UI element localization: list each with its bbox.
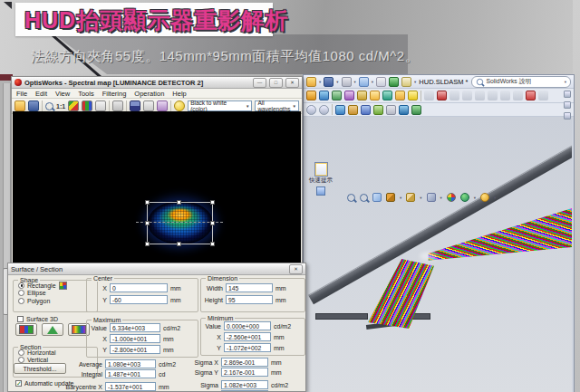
selection-handle[interactable]: [145, 221, 150, 225]
task-pane-design-library-icon[interactable]: [564, 101, 571, 109]
display-style-icon[interactable]: [406, 193, 415, 202]
sketch-icon[interactable]: [335, 105, 345, 115]
contrast-icon[interactable]: [143, 100, 154, 111]
view-settings-icon[interactable]: [480, 193, 489, 202]
open-icon[interactable]: [14, 100, 25, 111]
threshold-button[interactable]: Threshold...: [14, 363, 66, 374]
dimxpert-icon[interactable]: [386, 105, 396, 115]
smart-fasteners-icon[interactable]: [344, 91, 354, 100]
width-input[interactable]: 145: [226, 283, 273, 292]
hide-show-arrow[interactable]: ▾: [440, 196, 442, 200]
move-component-icon[interactable]: [357, 91, 367, 100]
measurement-selection-rect[interactable]: [147, 202, 213, 244]
maximize-button[interactable]: □: [269, 78, 283, 88]
false-color-button[interactable]: [15, 323, 37, 336]
save-icon[interactable]: [324, 77, 334, 87]
ellipse-radio[interactable]: [18, 290, 24, 296]
print-icon[interactable]: [342, 77, 352, 87]
minimize-button[interactable]: —: [253, 78, 266, 88]
office-products-icon[interactable]: [399, 105, 409, 115]
menu-edit[interactable]: Edit: [35, 90, 47, 98]
mass-properties-icon[interactable]: [488, 91, 498, 100]
selection-handle[interactable]: [210, 242, 215, 246]
view-orientation-icon[interactable]: [386, 193, 395, 202]
wavelengths-dropdown[interactable]: All wavelengths ▼: [255, 100, 299, 111]
solidworks-search-box[interactable]: SolidWorks 說明 ▾: [471, 76, 571, 88]
quick-tips-badge-icon[interactable]: [316, 186, 325, 196]
spectral-map-viewport[interactable]: [13, 111, 301, 263]
mate-icon[interactable]: [319, 91, 329, 100]
apply-scene-icon[interactable]: [460, 193, 469, 202]
simulation-icon[interactable]: [450, 91, 459, 100]
curvature-icon[interactable]: [526, 91, 536, 100]
print-dropdown-arrow[interactable]: ▾: [354, 80, 356, 84]
polygon-radio[interactable]: [18, 298, 24, 304]
save-icon[interactable]: [28, 100, 39, 111]
assembly-features-icon[interactable]: [382, 91, 392, 100]
center-x-input[interactable]: 0: [110, 283, 168, 292]
solidworks-viewport[interactable]: ▾ ▾ ▾ ▾ ▾ 快速提示: [304, 117, 572, 392]
view-settings-arrow[interactable]: ▾: [494, 196, 496, 200]
open-dropdown-arrow[interactable]: ▾: [319, 80, 321, 84]
surface-3d-checkbox[interactable]: [17, 316, 24, 322]
close-button[interactable]: ✕: [289, 264, 303, 274]
surfaces-icon[interactable]: [361, 105, 371, 115]
options-icon[interactable]: [401, 77, 411, 87]
menu-file[interactable]: File: [16, 90, 27, 98]
select-icon[interactable]: [376, 77, 386, 87]
apply-scene-arrow[interactable]: ▾: [474, 196, 476, 200]
quick-tips-icon[interactable]: [314, 162, 328, 177]
measure-icon[interactable]: [475, 91, 485, 100]
display-style-arrow[interactable]: ▾: [420, 196, 421, 200]
selection-handle[interactable]: [145, 200, 150, 205]
close-button[interactable]: ✕: [285, 78, 299, 88]
optisworks-titlebar[interactable]: OptisWorks - Spectral map [LUMINANCE DET…: [12, 77, 302, 89]
vertical-radio[interactable]: [18, 357, 24, 363]
view-orientation-arrow[interactable]: ▾: [400, 196, 401, 200]
zoom-fit-icon[interactable]: [347, 194, 355, 202]
task-pane-file-explorer-icon[interactable]: [564, 112, 571, 120]
rgb-map-icon[interactable]: [82, 100, 92, 111]
task-pane-resources-icon[interactable]: [564, 91, 571, 98]
exploded-view-icon[interactable]: [424, 91, 434, 100]
features-icon[interactable]: [348, 105, 358, 115]
selection-handle[interactable]: [145, 242, 150, 246]
selection-handle[interactable]: [210, 221, 215, 225]
zoom-area-icon[interactable]: [360, 194, 368, 202]
show-hidden-icon[interactable]: [370, 91, 380, 100]
zebra-stripes-icon[interactable]: [538, 91, 548, 100]
open-icon[interactable]: [306, 77, 316, 87]
zoom-1to1-button[interactable]: 1:1: [56, 103, 65, 110]
rotate-view-icon[interactable]: [372, 193, 382, 202]
help-icon[interactable]: [408, 91, 418, 100]
filter-icon[interactable]: [157, 100, 168, 111]
equations-icon[interactable]: [500, 91, 510, 100]
undo-icon[interactable]: [359, 77, 369, 87]
height-input[interactable]: 95: [226, 295, 273, 304]
rebuild-icon[interactable]: [389, 77, 399, 87]
render-tools-icon[interactable]: [411, 105, 421, 115]
surface-section-titlebar[interactable]: Surface / Section ✕: [8, 263, 305, 275]
motion-study-icon[interactable]: [462, 91, 472, 100]
layers-icon[interactable]: [130, 100, 140, 111]
quick-tips-widget[interactable]: 快速提示: [306, 162, 335, 196]
selection-handle[interactable]: [177, 200, 181, 205]
selection-handle[interactable]: [210, 200, 215, 205]
options-dropdown-arrow[interactable]: ▾: [414, 80, 416, 84]
interference-detection-icon[interactable]: [437, 91, 447, 100]
horizontal-radio[interactable]: [18, 349, 24, 356]
evaluate-icon[interactable]: [373, 105, 383, 115]
save-dropdown-arrow[interactable]: ▾: [336, 80, 338, 84]
search-dropdown-arrow[interactable]: ▾: [565, 80, 566, 84]
rectangle-radio[interactable]: [18, 282, 24, 289]
automatic-update-checkbox[interactable]: ✓: [15, 380, 22, 387]
hide-show-items-icon[interactable]: [427, 193, 436, 202]
undo-dropdown-arrow[interactable]: ▾: [372, 80, 373, 84]
bulb-icon[interactable]: [174, 100, 185, 111]
zoom-icon[interactable]: [45, 102, 53, 110]
selection-handle[interactable]: [177, 242, 181, 246]
insert-component-icon[interactable]: [306, 91, 316, 100]
menu-filtering[interactable]: Filtering: [102, 90, 127, 98]
colormap-dropdown[interactable]: Black to white (color) ▼: [188, 100, 252, 111]
menu-view[interactable]: View: [55, 90, 70, 98]
